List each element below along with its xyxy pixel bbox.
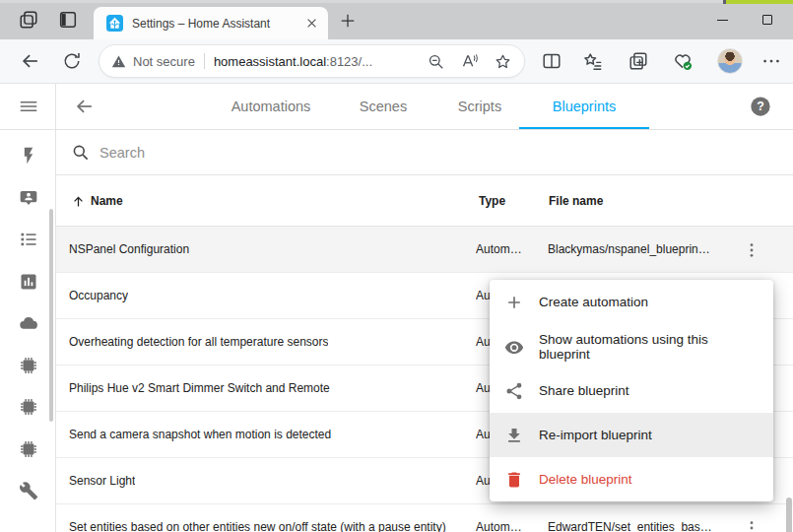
page-scrollbar[interactable] [786,498,792,532]
column-label: Type [479,194,505,208]
table-row[interactable]: NSPanel ConfigurationAutom…Blackymas/nsp… [56,227,793,273]
home-assistant-logo-icon [106,15,123,32]
maximize-icon [762,15,772,25]
cell-type: Autom… [476,520,522,532]
cell-name: Overheating detection for all temperatur… [69,335,328,349]
svg-text:?: ? [757,100,764,113]
tab-close-icon[interactable] [303,15,320,32]
flash-icon[interactable] [19,146,38,166]
menu-item-label: Create automation [539,295,648,309]
tab-scenes[interactable]: Scenes [329,84,437,129]
browser-titlebar: Settings – Home Assistant [0,0,793,39]
cell-type: Autom… [476,242,522,256]
menu-item-share-blueprint[interactable]: Share blueprint [490,368,773,413]
eye-icon [504,337,524,357]
tab-scripts[interactable]: Scripts [426,84,534,129]
menu-item-label: Re-import blueprint [539,428,652,442]
chip-icon[interactable] [19,397,38,417]
browser-essentials-icon[interactable] [672,50,694,72]
help-icon[interactable]: ? [750,96,771,117]
window-maximize-button[interactable] [753,9,782,31]
column-label: File name [549,194,603,208]
menu-item-label: Delete blueprint [539,472,632,487]
tab-blueprints[interactable]: Blueprints [519,84,649,129]
profile-avatar[interactable] [717,48,743,74]
more-icon[interactable] [760,50,782,72]
badge-account-icon[interactable] [19,188,38,208]
cell-file: Blackymas/nspanel_blueprin… [548,242,710,256]
cloud-icon[interactable] [19,313,38,333]
split-screen-icon[interactable] [541,50,562,72]
zoom-out-icon[interactable] [427,52,445,71]
favorites-hub-icon[interactable] [582,50,604,72]
row-overflow-menu-icon[interactable] [742,240,761,260]
workspaces-icon[interactable] [18,9,39,31]
menu-item-label: Show automations using this blueprint [539,332,758,362]
column-header-file-name[interactable]: File name [549,175,603,227]
background-window-strip [726,0,793,4]
cell-name: Sensor Light [69,474,135,488]
column-label: Name [91,194,123,208]
column-header-name[interactable]: Name [71,175,123,227]
search-row [56,130,793,175]
chip-icon[interactable] [19,439,38,459]
address-bar[interactable]: Not secure homeassistant.local :8123/... [99,44,525,78]
tab-title: Settings – Home Assistant [132,17,295,31]
list-icon[interactable] [19,230,38,249]
address-divider [204,53,205,69]
sort-arrow-icon [71,194,86,209]
active-tab-underline [519,127,649,129]
vertical-tabs-icon[interactable] [57,9,79,31]
titlebar-highlight [0,0,726,3]
back-icon[interactable] [20,50,41,72]
wrench-icon[interactable] [19,481,38,500]
search-icon [71,143,90,162]
cell-file: EdwardTEN/set_entities_bas… [548,520,712,532]
cell-name: Set entities based on other entities new… [69,520,446,532]
trash-icon [504,470,524,490]
menu-item-re-import-blueprint[interactable]: Re-import blueprint [490,413,773,457]
read-aloud-icon[interactable] [460,52,479,71]
home-assistant-app: AutomationsScenesScriptsBlueprints ? Nam… [0,84,793,532]
collections-add-icon[interactable] [628,50,649,72]
cell-name: Send a camera snapshot when motion is de… [69,428,331,441]
browser-tab[interactable]: Settings – Home Assistant [94,7,328,39]
favorite-star-icon[interactable] [494,52,512,71]
tab-automations[interactable]: Automations [197,84,345,129]
cell-name: Philips Hue v2 Smart Dimmer Switch and R… [69,381,330,395]
chart-icon[interactable] [19,272,38,292]
search-input[interactable] [99,145,494,161]
refresh-icon[interactable] [61,50,83,72]
menu-item-delete-blueprint[interactable]: Delete blueprint [490,457,773,501]
new-tab-icon[interactable] [338,11,358,31]
sidebar-scrollbar[interactable] [49,209,53,422]
menu-item-label: Share blueprint [539,383,629,398]
back-arrow-icon[interactable] [74,96,96,117]
column-header-type[interactable]: Type [479,175,505,227]
minimize-icon [717,20,728,21]
cell-name: Occupancy [69,289,128,302]
warning-icon[interactable] [111,54,126,69]
menu-item-show-automations-using-this-blueprint[interactable]: Show automations using this blueprint [490,324,773,368]
row-overflow-menu-icon[interactable] [742,518,761,532]
menu-item-create-automation[interactable]: Create automation [490,280,773,324]
cell-name: NSPanel Configuration [69,242,189,256]
plus-icon [504,293,524,312]
address-host: homeassistant.local [214,54,326,69]
table-header: Name Type File name [56,175,793,227]
chip-icon[interactable] [19,356,38,375]
share-icon [504,381,524,401]
window-minimize-button[interactable] [707,9,737,31]
address-path: :8123/... [326,54,372,69]
download-icon [504,426,524,445]
context-menu: Create automationShow automations using … [490,280,773,501]
security-label: Not secure [133,54,195,69]
sidebar-menu-icon[interactable] [18,96,39,117]
table-row[interactable]: Set entities based on other entities new… [56,504,793,532]
